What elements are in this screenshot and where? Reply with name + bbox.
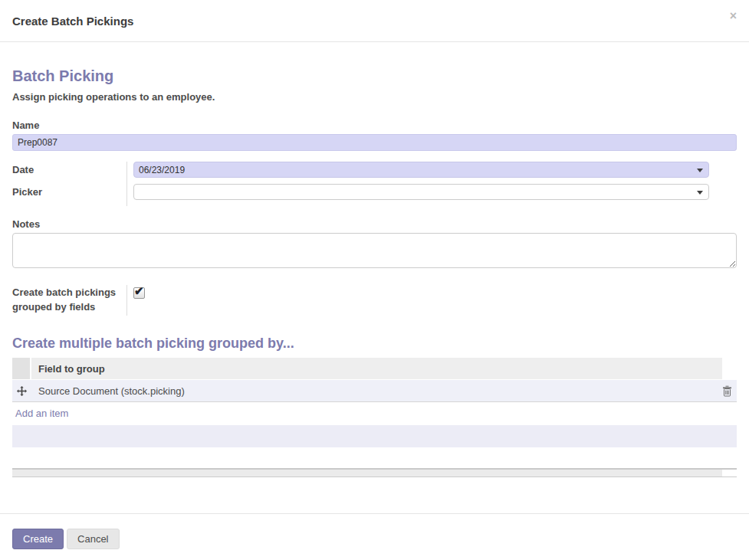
add-an-item-link[interactable]: Add an item	[15, 408, 68, 419]
modal-footer: Create Cancel	[0, 513, 749, 560]
create-button[interactable]: Create	[12, 529, 64, 549]
add-item-row: Add an item	[12, 402, 737, 424]
table-header-row: Field to group	[12, 358, 737, 379]
notes-field-group: Notes	[12, 218, 737, 271]
table-footer-gap	[722, 470, 737, 476]
grouped-checkbox-label: Create batch pickings grouped by fields	[12, 285, 126, 314]
checkbox-check-icon: ✔	[134, 284, 144, 298]
delete-row-button[interactable]	[722, 385, 737, 397]
notes-label: Notes	[12, 218, 737, 230]
group-section-heading: Create multiple batch picking grouped by…	[12, 336, 737, 352]
notes-textarea[interactable]	[12, 233, 737, 268]
table-row[interactable]: Source Document (stock.picking)	[12, 380, 737, 402]
form-subtitle: Assign picking operations to an employee…	[12, 91, 737, 103]
row-field-value: Source Document (stock.picking)	[31, 385, 722, 397]
picker-select[interactable]	[133, 184, 709, 200]
modal-body: Batch Picking Assign picking operations …	[0, 67, 749, 477]
table-footer-fill	[12, 470, 722, 476]
drag-handle[interactable]	[12, 386, 31, 396]
trash-icon	[722, 385, 732, 397]
form-heading: Batch Picking	[12, 67, 737, 85]
name-input[interactable]	[12, 134, 737, 151]
modal-title: Create Batch Pickings	[12, 15, 133, 28]
field-to-group-column-header: Field to group	[31, 358, 722, 379]
handle-column-header	[12, 358, 30, 379]
move-icon	[17, 386, 27, 396]
date-picker-group: Date Picker 06/23/2019	[12, 162, 737, 206]
empty-table-row	[12, 425, 737, 447]
chevron-down-icon	[697, 169, 703, 172]
date-select[interactable]: 06/23/2019	[133, 162, 709, 178]
date-label: Date	[12, 162, 34, 175]
date-value: 06/23/2019	[139, 165, 185, 175]
modal-header: Create Batch Pickings ×	[0, 0, 749, 42]
grouped-checkbox-group: Create batch pickings grouped by fields …	[12, 285, 737, 316]
name-label: Name	[12, 120, 737, 131]
delete-column-header	[722, 358, 737, 379]
field-to-group-table: Field to group Source Document (stock.pi…	[12, 358, 737, 477]
picker-label: Picker	[12, 184, 42, 198]
cancel-button[interactable]: Cancel	[67, 529, 119, 549]
close-icon[interactable]: ×	[730, 10, 737, 22]
grouped-checkbox[interactable]: ✔	[133, 287, 145, 299]
chevron-down-icon	[697, 191, 703, 195]
name-field-group: Name	[12, 120, 737, 151]
table-footer-bar	[12, 468, 737, 477]
